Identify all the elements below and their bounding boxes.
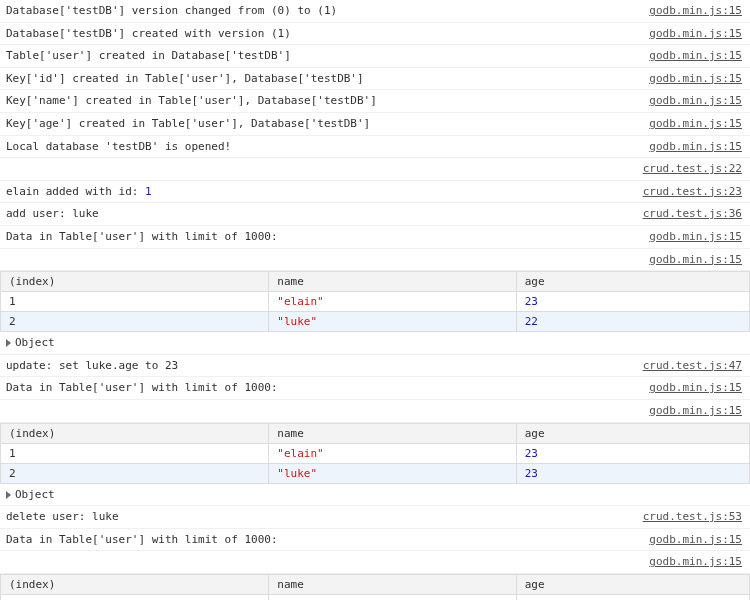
- console-line: crud.test.js:22: [0, 158, 750, 181]
- console-line: Key['age'] created in Table['user'], Dat…: [0, 113, 750, 136]
- table-row: 2 "luke" 23: [1, 463, 750, 483]
- log-message: Local database 'testDB' is opened!: [6, 138, 231, 156]
- caret-right-icon: [6, 491, 11, 499]
- table-header-row: (index) name age: [1, 574, 750, 594]
- col-name: name: [269, 574, 516, 594]
- cell-age: 22: [516, 312, 749, 332]
- col-index: (index): [1, 272, 269, 292]
- log-message: add user: luke: [6, 205, 99, 223]
- source-link[interactable]: godb.min.js:15: [649, 47, 742, 65]
- log-message: update: set luke.age to 23: [6, 357, 178, 375]
- source-link[interactable]: godb.min.js:15: [649, 402, 742, 420]
- table-row: 1 "elain" 23: [1, 292, 750, 312]
- cell-name: "elain": [269, 594, 516, 600]
- console-line: godb.min.js:15: [0, 400, 750, 423]
- cell-name: "elain": [269, 443, 516, 463]
- console-line: elain added with id: 1 crud.test.js:23: [0, 181, 750, 204]
- source-link[interactable]: godb.min.js:15: [649, 379, 742, 397]
- col-age: age: [516, 272, 749, 292]
- source-link[interactable]: godb.min.js:15: [649, 251, 742, 269]
- cell-age: 23: [516, 443, 749, 463]
- console-line: Data in Table['user'] with limit of 1000…: [0, 377, 750, 400]
- source-link[interactable]: godb.min.js:15: [649, 553, 742, 571]
- cell-index: 1: [1, 292, 269, 312]
- console-line: delete user: luke crud.test.js:53: [0, 506, 750, 529]
- console-line: update: set luke.age to 23 crud.test.js:…: [0, 355, 750, 378]
- source-link[interactable]: godb.min.js:15: [649, 2, 742, 20]
- source-link[interactable]: godb.min.js:15: [649, 70, 742, 88]
- console-line: godb.min.js:15: [0, 249, 750, 272]
- source-link[interactable]: godb.min.js:15: [649, 531, 742, 549]
- table-header-row: (index) name age: [1, 423, 750, 443]
- cell-name: "luke": [269, 312, 516, 332]
- cell-age: 23: [516, 594, 749, 600]
- console-line: add user: luke crud.test.js:36: [0, 203, 750, 226]
- console-line: Database['testDB'] created with version …: [0, 23, 750, 46]
- object-expander[interactable]: Object: [0, 332, 750, 355]
- cell-name: "luke": [269, 463, 516, 483]
- log-number: 1: [145, 185, 152, 198]
- console-line: Key['id'] created in Table['user'], Data…: [0, 68, 750, 91]
- table-header-row: (index) name age: [1, 272, 750, 292]
- cell-age: 23: [516, 463, 749, 483]
- source-link[interactable]: crud.test.js:36: [643, 205, 742, 223]
- object-label: Object: [15, 336, 55, 349]
- cell-index: 1: [1, 443, 269, 463]
- console-line: Key['name'] created in Table['user'], Da…: [0, 90, 750, 113]
- log-message: Key['age'] created in Table['user'], Dat…: [6, 115, 370, 133]
- source-link[interactable]: godb.min.js:15: [649, 92, 742, 110]
- col-index: (index): [1, 423, 269, 443]
- object-label: Object: [15, 488, 55, 501]
- col-name: name: [269, 272, 516, 292]
- source-link[interactable]: crud.test.js:23: [643, 183, 742, 201]
- table-row: 1 "elain" 23: [1, 594, 750, 600]
- log-message: Database['testDB'] version changed from …: [6, 2, 337, 20]
- log-message: Key['name'] created in Table['user'], Da…: [6, 92, 377, 110]
- col-age: age: [516, 574, 749, 594]
- cell-index: 1: [1, 594, 269, 600]
- log-message: Table['user'] created in Database['testD…: [6, 47, 291, 65]
- source-link[interactable]: godb.min.js:15: [649, 138, 742, 156]
- table-row: 1 "elain" 23: [1, 443, 750, 463]
- console-line: Table['user'] created in Database['testD…: [0, 45, 750, 68]
- source-link[interactable]: godb.min.js:15: [649, 115, 742, 133]
- console-line: godb.min.js:15: [0, 551, 750, 574]
- console-line: Database['testDB'] version changed from …: [0, 0, 750, 23]
- cell-index: 2: [1, 463, 269, 483]
- log-message: delete user: luke: [6, 508, 119, 526]
- log-message: Data in Table['user'] with limit of 1000…: [6, 379, 278, 397]
- col-name: name: [269, 423, 516, 443]
- log-message: Key['id'] created in Table['user'], Data…: [6, 70, 364, 88]
- console-line: Local database 'testDB' is opened! godb.…: [0, 136, 750, 159]
- cell-name: "elain": [269, 292, 516, 312]
- caret-right-icon: [6, 339, 11, 347]
- console-table: (index) name age 1 "elain" 23: [0, 574, 750, 600]
- source-link[interactable]: godb.min.js:15: [649, 228, 742, 246]
- log-message: Data in Table['user'] with limit of 1000…: [6, 531, 278, 549]
- log-message: elain added with id: 1: [6, 183, 152, 201]
- cell-age: 23: [516, 292, 749, 312]
- source-link[interactable]: crud.test.js:53: [643, 508, 742, 526]
- source-link[interactable]: crud.test.js:22: [643, 160, 742, 178]
- col-index: (index): [1, 574, 269, 594]
- log-message: Database['testDB'] created with version …: [6, 25, 291, 43]
- source-link[interactable]: godb.min.js:15: [649, 25, 742, 43]
- console-table: (index) name age 1 "elain" 23 2 "luke" 2…: [0, 271, 750, 332]
- console-line: Data in Table['user'] with limit of 1000…: [0, 226, 750, 249]
- log-message: Data in Table['user'] with limit of 1000…: [6, 228, 278, 246]
- source-link[interactable]: crud.test.js:47: [643, 357, 742, 375]
- cell-index: 2: [1, 312, 269, 332]
- table-row: 2 "luke" 22: [1, 312, 750, 332]
- console-table: (index) name age 1 "elain" 23 2 "luke" 2…: [0, 423, 750, 484]
- object-expander[interactable]: Object: [0, 484, 750, 507]
- console-line: Data in Table['user'] with limit of 1000…: [0, 529, 750, 552]
- col-age: age: [516, 423, 749, 443]
